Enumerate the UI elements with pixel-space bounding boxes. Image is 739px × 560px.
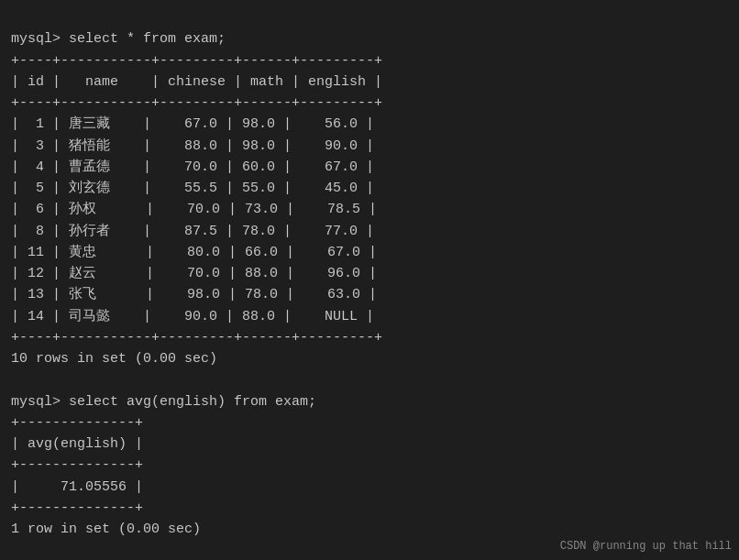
table1-row-5: | 6 | 孙权 | 70.0 | 73.0 | 78.5 | <box>11 202 377 217</box>
table2-sep-header: +--------------+ <box>11 457 143 473</box>
table1-sep-top: +----+-----------+---------+------+-----… <box>11 53 382 69</box>
watermark: CSDN @running up that hill <box>560 540 732 553</box>
table1-row-8: | 12 | 赵云 | 70.0 | 88.0 | 96.0 | <box>11 266 377 281</box>
query1-output: mysql> select * from exam; +----+-------… <box>11 7 728 560</box>
result2: 1 row in set (0.00 sec) <box>11 522 201 537</box>
table1-row-10: | 14 | 司马懿 | 90.0 | 88.0 | NULL | <box>11 309 374 324</box>
table2-row-1: | 71.05556 | <box>11 479 143 495</box>
terminal: mysql> select * from exam; +----+-------… <box>11 7 728 560</box>
table1-row-6: | 8 | 孙行者 | 87.5 | 78.0 | 77.0 | <box>11 224 374 239</box>
table1-sep-header: +----+-----------+---------+------+-----… <box>11 95 382 111</box>
table1-row-1: | 1 | 唐三藏 | 67.0 | 98.0 | 56.0 | <box>11 116 374 132</box>
table2-sep-top: +--------------+ <box>11 415 143 431</box>
result1: 10 rows in set (0.00 sec) <box>11 351 217 367</box>
query1-prompt: mysql> select * from exam; <box>11 31 226 47</box>
table1-header: | id | name | chinese | math | english | <box>11 74 382 90</box>
table1-row-2: | 3 | 猪悟能 | 88.0 | 98.0 | 90.0 | <box>11 138 374 154</box>
table1-row-7: | 11 | 黄忠 | 80.0 | 66.0 | 67.0 | <box>11 245 377 260</box>
table1-sep-bottom: +----+-----------+---------+------+-----… <box>11 330 382 346</box>
table1-row-9: | 13 | 张飞 | 98.0 | 78.0 | 63.0 | <box>11 287 377 302</box>
query2-prompt: mysql> select avg(english) from exam; <box>11 394 316 410</box>
table2-header: | avg(english) | <box>11 436 143 452</box>
table1-row-4: | 5 | 刘玄德 | 55.5 | 55.0 | 45.0 | <box>11 181 374 196</box>
table2-sep-bottom: +--------------+ <box>11 500 143 516</box>
table1-row-3: | 4 | 曹孟德 | 70.0 | 60.0 | 67.0 | <box>11 159 374 175</box>
